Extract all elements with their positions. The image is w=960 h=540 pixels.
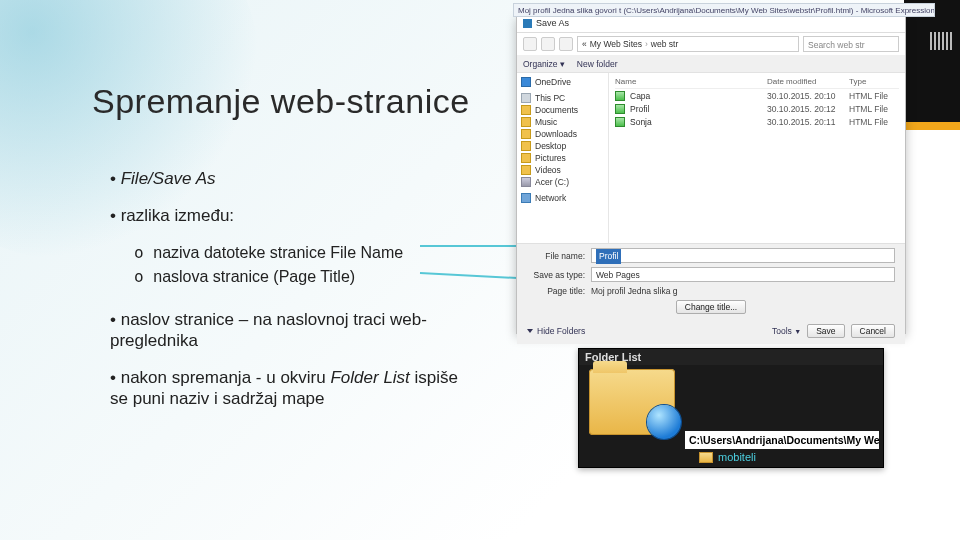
side-music[interactable]: Music <box>521 116 604 128</box>
nav-tree[interactable]: OneDrive This PC Documents Music Downloa… <box>517 73 609 243</box>
side-drive-c[interactable]: Acer (C:) <box>521 176 604 188</box>
dialog-fields: File name: Profil Save as type: Web Page… <box>517 243 905 320</box>
background-app-strip <box>904 0 960 130</box>
col-type[interactable]: Type <box>849 77 899 86</box>
col-name[interactable]: Name <box>615 77 767 86</box>
bullet-file-save-as: File/Save As <box>110 168 480 189</box>
save-as-dialog: Moj profil Jedna slika govori t (C:\User… <box>516 16 906 334</box>
nav-forward-button[interactable] <box>541 37 555 51</box>
side-thispc[interactable]: This PC <box>521 92 604 104</box>
dialog-titlebar: Save As <box>517 17 905 33</box>
file-row[interactable]: Sonja30.10.2015. 20:11HTML File <box>615 115 899 128</box>
search-input[interactable]: Search web str <box>803 36 899 52</box>
tools-menu[interactable]: Tools ▼ <box>772 326 801 336</box>
pagetitle-label: Page title: <box>527 286 585 296</box>
site-folder-icon <box>589 369 675 435</box>
dialog-nav: « My Web Sites › web str Search web str <box>517 33 905 55</box>
side-documents[interactable]: Documents <box>521 104 604 116</box>
folder-list-panel: Folder List C:\Users\Andrijana\Documents… <box>578 348 884 468</box>
bullet-nakon: nakon spremanja - u okviru Folder List i… <box>110 367 480 410</box>
html-file-icon <box>615 104 625 114</box>
folder-icon <box>699 452 713 463</box>
filename-input[interactable]: Profil <box>591 248 895 263</box>
slide-title: Spremanje web-stranice <box>92 82 470 121</box>
side-onedrive[interactable]: OneDrive <box>521 76 604 88</box>
side-pictures[interactable]: Pictures <box>521 152 604 164</box>
pagetitle-value: Moj profil Jedna slika g <box>591 286 895 296</box>
parent-window-title: Moj profil Jedna slika govori t (C:\User… <box>513 3 935 17</box>
folder-path[interactable]: C:\Users\Andrijana\Documents\My Web <box>685 431 879 449</box>
toolbar-icons-blur <box>930 32 952 50</box>
side-network[interactable]: Network <box>521 192 604 204</box>
dialog-toolbar: Organize ▾ New folder <box>517 55 905 73</box>
orange-bar <box>904 122 960 130</box>
file-list[interactable]: Name Date modified Type Capa30.10.2015. … <box>609 73 905 243</box>
side-downloads[interactable]: Downloads <box>521 128 604 140</box>
file-row[interactable]: Capa30.10.2015. 20:10HTML File <box>615 89 899 102</box>
html-file-icon <box>615 91 625 101</box>
new-folder-button[interactable]: New folder <box>577 59 618 69</box>
change-title-button[interactable]: Change title... <box>676 300 746 314</box>
filename-label: File name: <box>527 251 585 261</box>
hide-folders-toggle[interactable]: Hide Folders <box>527 326 585 336</box>
side-videos[interactable]: Videos <box>521 164 604 176</box>
file-row[interactable]: Profil30.10.2015. 20:12HTML File <box>615 102 899 115</box>
savetype-label: Save as type: <box>527 270 585 280</box>
organize-menu[interactable]: Organize ▾ <box>523 59 565 69</box>
bullet-list: File/Save As razlika između: naziva dato… <box>110 168 480 426</box>
subbullet-pagetitle: naslova stranice (Page Title) <box>134 267 480 287</box>
globe-icon <box>647 405 681 439</box>
html-file-icon <box>615 117 625 127</box>
save-button[interactable]: Save <box>807 324 844 338</box>
address-bar[interactable]: « My Web Sites › web str <box>577 36 799 52</box>
bullet-naslov: naslov stranice – na naslovnoj traci web… <box>110 309 480 352</box>
col-date[interactable]: Date modified <box>767 77 849 86</box>
save-icon <box>523 19 532 28</box>
folder-item[interactable]: mobiteli <box>699 451 756 463</box>
cancel-button[interactable]: Cancel <box>851 324 895 338</box>
nav-back-button[interactable] <box>523 37 537 51</box>
savetype-select[interactable]: Web Pages <box>591 267 895 282</box>
nav-up-button[interactable] <box>559 37 573 51</box>
bullet-razlika: razlika između: <box>110 205 480 226</box>
side-desktop[interactable]: Desktop <box>521 140 604 152</box>
